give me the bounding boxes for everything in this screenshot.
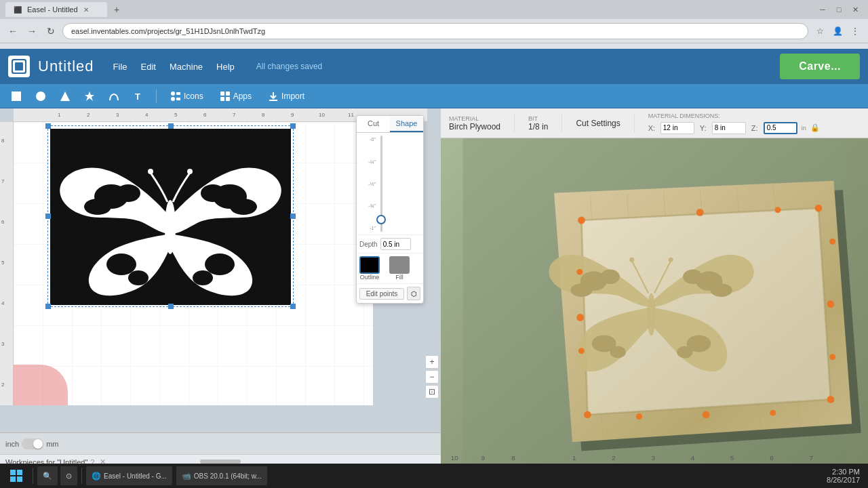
depth-row: Depth [357,235,423,253]
bit-label: Bit [528,115,538,122]
handle-ml[interactable] [45,214,51,219]
minimize-btn[interactable]: ─ [815,2,830,17]
menu-btn[interactable]: ⋮ [848,24,863,39]
new-tab-btn[interactable]: + [110,3,123,16]
header-menu: File Edit Machine Help [108,59,240,75]
outline-swatch[interactable] [359,256,380,274]
svg-text:1: 1 [572,454,576,462]
tool-triangle[interactable] [56,87,75,106]
svg-point-63 [600,270,620,285]
handle-bl[interactable] [45,304,51,309]
svg-point-75 [696,209,704,216]
render-3d-svg: 1 2 3 4 5 6 7 8 9 10 [441,138,868,466]
address-bar[interactable]: easel.inventables.com/projects/gr_51H1DJ… [62,23,808,39]
svg-text:5: 5 [1,260,5,266]
handle-tl[interactable] [45,123,51,129]
import-action[interactable]: Import [262,88,310,104]
handle-tr[interactable] [290,123,296,129]
menu-edit[interactable]: Edit [136,59,161,75]
tool-text[interactable]: T [129,87,148,106]
svg-text:3: 3 [116,112,119,118]
handle-br[interactable] [290,304,296,309]
user-btn[interactable]: 👤 [830,24,845,39]
taskbar-cortana[interactable]: ⊙ [60,466,77,485]
z-dim-input[interactable] [764,122,797,134]
canvas-grid-area[interactable] [14,122,373,405]
close-window-btn[interactable]: ✕ [848,2,863,17]
maximize-btn[interactable]: □ [831,2,846,17]
svg-text:7: 7 [810,454,813,462]
cut-tab[interactable]: Cut [357,116,390,132]
refresh-btn[interactable]: ↻ [43,24,58,39]
cut-panel: Cut Shape -0" -¼" -½" -¾" -1" [356,115,424,304]
depth-input[interactable] [380,238,411,250]
bookmark-btn[interactable]: ☆ [812,24,827,39]
fill-swatch[interactable] [389,256,410,274]
apps-action[interactable]: Apps [214,88,257,104]
edit-points-icon[interactable]: ⬡ [407,287,420,300]
material-label: Material [449,115,479,122]
ruler-left: 8 7 6 5 4 3 2 1 [0,122,14,405]
slider-track-area[interactable] [377,136,385,232]
handle-tm[interactable] [168,123,174,129]
carve-button[interactable]: Carve... [780,54,860,79]
taskbar-search[interactable]: 🔍 [37,466,58,485]
handle-mr[interactable] [290,214,296,219]
x-dim-label: X: [648,124,658,132]
menu-machine[interactable]: Machine [164,59,208,75]
start-button[interactable] [3,466,30,485]
tool-circle[interactable] [31,87,50,106]
depth-slider-area: -0" -¼" -½" -¾" -1" [357,133,423,235]
app: Untitled File Edit Machine Help All chan… [0,49,868,488]
tick-labels: -0" -¼" -½" -¾" -1" [358,136,377,232]
zoom-in-btn[interactable]: + [425,355,439,369]
z-lock-icon[interactable]: 🔒 [810,123,820,132]
taskbar-time: 2:30 PM [827,468,860,476]
settings-divider-3 [634,114,635,133]
svg-text:4: 4 [691,454,695,462]
taskbar-chrome-icon[interactable]: 🌐 Easel - Untitled - G... [86,466,172,485]
app-logo [8,56,30,77]
settings-divider-2 [561,114,562,133]
svg-text:4: 4 [1,300,5,306]
svg-point-80 [584,411,591,418]
taskbar-obs-icon[interactable]: 📹 OBS 20.0.1 (64bit; w... [176,466,267,485]
browser-tab[interactable]: ⬛ Easel - Untitled ✕ [5,2,107,17]
icons-action[interactable]: Icons [165,88,209,104]
browser-chrome: ⬛ Easel - Untitled ✕ + ─ □ ✕ ← → ↻ easel… [0,0,868,49]
outline-swatch-group: Outline [359,256,380,281]
edit-points-btn[interactable]: Edit points [359,288,404,300]
tool-star[interactable] [80,87,99,106]
unit-toggle-switch[interactable] [22,439,43,449]
tab-close-btn[interactable]: ✕ [83,6,89,14]
cut-settings-btn[interactable]: Cut Settings [576,119,620,128]
svg-point-77 [827,300,835,308]
shape-tab[interactable]: Shape [390,116,423,132]
tool-square[interactable] [7,87,26,106]
windows-logo [9,469,23,483]
menu-help[interactable]: Help [211,59,240,75]
browser-actions: ☆ 👤 ⋮ [812,24,863,39]
taskbar: 🔍 ⊙ 🌐 Easel - Untitled - G... 📹 OBS 20.0… [0,464,868,488]
svg-point-69 [610,346,626,359]
bit-value: 1/8 in [528,122,548,131]
slider-thumb[interactable] [376,215,386,224]
tool-path[interactable] [104,87,123,106]
y-dim-input[interactable] [712,122,746,134]
back-btn[interactable]: ← [5,24,20,39]
z-unit: in [802,125,806,131]
toggle-thumb [33,439,43,449]
menu-file[interactable]: File [108,59,133,75]
handle-bm[interactable] [168,304,174,309]
svg-point-10 [171,97,175,101]
svg-text:7: 7 [233,112,236,118]
taskbar-apps: 🌐 Easel - Untitled - G... 📹 OBS 20.0.1 (… [85,466,269,485]
zoom-out-btn[interactable]: − [425,370,439,384]
outline-label: Outline [360,274,380,281]
canvas-area[interactable]: 1 2 3 4 5 6 7 8 9 10 11 [0,108,441,432]
svg-rect-99 [10,470,16,475]
taskbar-divider-2 [81,468,82,484]
fit-view-btn[interactable]: ⊡ [425,385,439,399]
forward-btn[interactable]: → [24,24,39,39]
x-dim-input[interactable] [660,122,694,134]
